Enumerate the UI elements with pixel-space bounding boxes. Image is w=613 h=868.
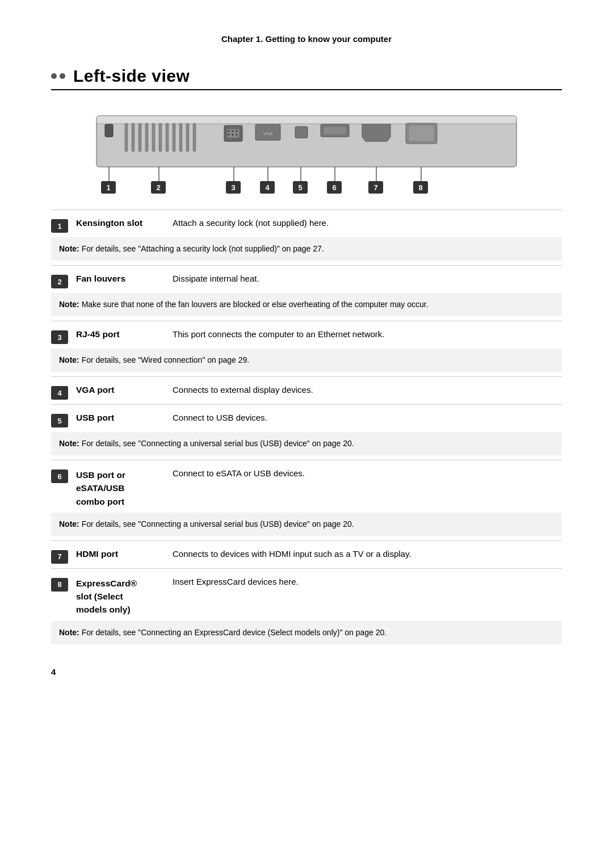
svg-text:2: 2 bbox=[156, 183, 160, 192]
note-label-2: Note: bbox=[59, 300, 79, 309]
dot-2 bbox=[60, 73, 65, 79]
svg-rect-4 bbox=[132, 123, 135, 152]
svg-text:3: 3 bbox=[231, 183, 235, 192]
note-text-6: For details, see "Connecting a universal… bbox=[82, 519, 354, 529]
item-main-4: 4 VGA port Connects to external display … bbox=[51, 377, 562, 404]
svg-text:7: 7 bbox=[373, 183, 377, 192]
item-name-7: HDMI port bbox=[76, 549, 173, 559]
svg-rect-11 bbox=[179, 123, 182, 152]
item-main-1: 1 Kensington slot Attach a security lock… bbox=[51, 210, 562, 237]
section-title: Left-side view bbox=[73, 66, 190, 86]
svg-text:8: 8 bbox=[418, 183, 422, 192]
section-header: Left-side view bbox=[51, 66, 562, 90]
item-number-8: 8 bbox=[51, 578, 68, 592]
item-note-6: Note: For details, see "Connecting a uni… bbox=[51, 513, 562, 536]
item-number-1: 1 bbox=[51, 219, 68, 233]
diagram-container: VGA 1 2 3 bbox=[51, 107, 562, 198]
item-number-4: 4 bbox=[51, 386, 68, 400]
item-number-7: 7 bbox=[51, 550, 68, 564]
svg-rect-1 bbox=[96, 116, 517, 124]
laptop-diagram: VGA 1 2 3 bbox=[79, 107, 534, 198]
item-row-8: 8 ExpressCard®slot (Selectmodels only) I… bbox=[51, 568, 562, 644]
item-name-1: Kensington slot bbox=[76, 218, 173, 228]
item-row-5: 5 USB port Connect to USB devices. Note:… bbox=[51, 404, 562, 455]
item-row-7: 7 HDMI port Connects to devices with HDM… bbox=[51, 540, 562, 568]
svg-text:6: 6 bbox=[332, 183, 336, 192]
svg-rect-5 bbox=[138, 123, 141, 152]
item-note-3: Note: For details, see "Wired connection… bbox=[51, 349, 562, 372]
svg-text:1: 1 bbox=[106, 183, 110, 192]
page-number: 4 bbox=[51, 667, 562, 677]
item-number-6: 6 bbox=[51, 469, 68, 483]
svg-point-17 bbox=[232, 131, 234, 132]
svg-rect-6 bbox=[145, 123, 148, 152]
svg-text:VGA: VGA bbox=[263, 131, 274, 136]
item-number-5: 5 bbox=[51, 414, 68, 427]
note-text-2: Make sure that none of the fan louvers a… bbox=[82, 300, 429, 309]
item-name-3: RJ-45 port bbox=[76, 329, 173, 339]
item-note-2: Note: Make sure that none of the fan lou… bbox=[51, 293, 562, 316]
item-row-2: 2 Fan louvers Dissipate internal heat. N… bbox=[51, 265, 562, 316]
item-name-2: Fan louvers bbox=[76, 274, 173, 284]
item-note-5: Note: For details, see "Connecting a uni… bbox=[51, 432, 562, 455]
note-label-6: Note: bbox=[59, 519, 79, 529]
svg-rect-9 bbox=[166, 123, 169, 152]
items-container: 1 Kensington slot Attach a security lock… bbox=[51, 209, 562, 644]
svg-text:4: 4 bbox=[265, 183, 270, 192]
svg-rect-29 bbox=[409, 125, 434, 141]
svg-marker-27 bbox=[362, 124, 391, 141]
item-name-5: USB port bbox=[76, 413, 173, 423]
svg-point-16 bbox=[228, 131, 230, 132]
item-name-4: VGA port bbox=[76, 385, 173, 395]
item-main-2: 2 Fan louvers Dissipate internal heat. bbox=[51, 266, 562, 293]
note-label-5: Note: bbox=[59, 439, 79, 448]
item-main-5: 5 USB port Connect to USB devices. bbox=[51, 405, 562, 432]
svg-point-21 bbox=[236, 134, 238, 136]
item-main-7: 7 HDMI port Connects to devices with HDM… bbox=[51, 541, 562, 568]
svg-rect-24 bbox=[295, 127, 308, 138]
item-desc-1: Attach a security lock (not supplied) he… bbox=[173, 218, 562, 228]
section-header-dots bbox=[51, 73, 65, 79]
item-row-3: 3 RJ-45 port This port connects the comp… bbox=[51, 321, 562, 372]
item-main-8: 8 ExpressCard®slot (Selectmodels only) I… bbox=[51, 569, 562, 621]
item-row-1: 1 Kensington slot Attach a security lock… bbox=[51, 209, 562, 261]
dot-1 bbox=[51, 73, 57, 79]
item-desc-2: Dissipate internal heat. bbox=[173, 274, 562, 283]
note-text-3: For details, see "Wired connection" on p… bbox=[82, 355, 250, 364]
svg-point-20 bbox=[232, 134, 234, 136]
note-label-1: Note: bbox=[59, 244, 79, 253]
item-desc-3: This port connects the computer to an Et… bbox=[173, 329, 562, 339]
item-desc-8: Insert ExpressCard devices here. bbox=[173, 577, 562, 586]
item-name-8: ExpressCard®slot (Selectmodels only) bbox=[76, 577, 173, 617]
item-note-8: Note: For details, see "Connecting an Ex… bbox=[51, 621, 562, 644]
svg-rect-8 bbox=[159, 123, 162, 152]
svg-rect-13 bbox=[193, 123, 196, 152]
item-note-1: Note: For details, see "Attaching a secu… bbox=[51, 237, 562, 261]
svg-rect-3 bbox=[125, 123, 128, 152]
svg-rect-10 bbox=[173, 123, 175, 152]
item-main-6: 6 USB port oreSATA/USBcombo port Connect… bbox=[51, 460, 562, 513]
item-desc-7: Connects to devices with HDMI input such… bbox=[173, 549, 562, 559]
note-text-1: For details, see "Attaching a security l… bbox=[82, 244, 324, 253]
note-label-8: Note: bbox=[59, 628, 79, 637]
item-desc-6: Connect to eSATA or USB devices. bbox=[173, 468, 562, 478]
svg-point-18 bbox=[236, 131, 238, 132]
note-text-8: For details, see "Connecting an ExpressC… bbox=[82, 628, 387, 637]
item-main-3: 3 RJ-45 port This port connects the comp… bbox=[51, 321, 562, 349]
note-label-3: Note: bbox=[59, 355, 79, 364]
item-number-3: 3 bbox=[51, 330, 68, 344]
chapter-title: Chapter 1. Getting to know your computer bbox=[51, 34, 562, 44]
svg-text:5: 5 bbox=[298, 183, 302, 192]
item-number-2: 2 bbox=[51, 275, 68, 288]
svg-rect-15 bbox=[227, 129, 240, 138]
item-desc-5: Connect to USB devices. bbox=[173, 413, 562, 422]
note-text-5: For details, see "Connecting a universal… bbox=[82, 439, 354, 448]
svg-rect-26 bbox=[324, 127, 346, 135]
item-row-6: 6 USB port oreSATA/USBcombo port Connect… bbox=[51, 460, 562, 536]
svg-rect-2 bbox=[105, 124, 113, 137]
item-name-6: USB port oreSATA/USBcombo port bbox=[76, 468, 173, 508]
svg-rect-12 bbox=[186, 123, 189, 152]
item-desc-4: Connects to external display devices. bbox=[173, 385, 562, 395]
item-row-4: 4 VGA port Connects to external display … bbox=[51, 376, 562, 404]
svg-rect-7 bbox=[152, 123, 155, 152]
